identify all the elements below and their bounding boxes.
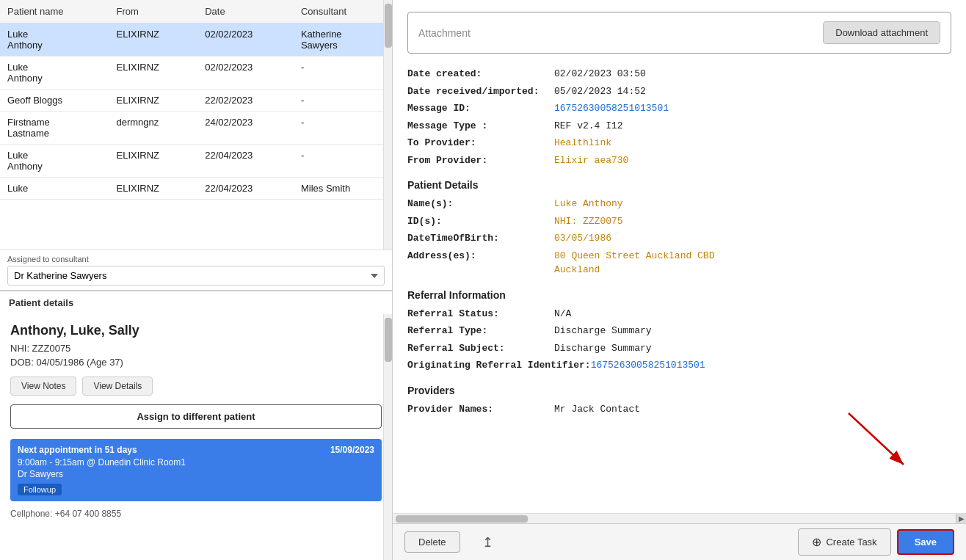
delete-button[interactable]: Delete xyxy=(404,531,460,553)
table-row[interactable]: Luke AnthonyELIXIRNZ02/02/2023Katherine … xyxy=(0,23,392,57)
appointment-title: Next appointment in 51 days xyxy=(18,445,137,455)
assign-patient-button[interactable]: Assign to different patient xyxy=(10,404,382,429)
scroll-right-button[interactable]: ▶ xyxy=(956,514,966,524)
table-cell-0: Luke Anthony xyxy=(0,23,109,57)
patient-dob: DOB: 04/05/1986 (Age 37) xyxy=(10,357,382,368)
patient-action-buttons: View Notes View Details xyxy=(10,377,382,396)
referral-status-value: N/A xyxy=(554,307,571,321)
referral-type-value: Discharge Summary xyxy=(554,324,652,338)
patient-details-header: Patient details xyxy=(0,291,392,314)
providers-section: Provider Names: Mr Jack Contact xyxy=(407,402,951,417)
patient-scrollbar-thumb xyxy=(385,318,392,362)
referral-subject-value: Discharge Summary xyxy=(554,341,652,356)
patient-dob-label: DateTimeOfBirth: xyxy=(407,231,554,246)
table-cell-3: Katherine Sawyers xyxy=(294,23,392,57)
table-cell-3: - xyxy=(294,112,392,145)
message-details-section: Date created: 02/02/2023 03:50 Date rece… xyxy=(407,67,951,167)
table-cell-1: ELIXIRNZ xyxy=(109,90,198,112)
patient-dob-row: DateTimeOfBirth: 03/05/1986 xyxy=(407,231,951,246)
referral-section-title: Referral Information xyxy=(407,289,951,301)
attachment-box: Attachment Download attachment xyxy=(407,12,951,54)
patient-names-row: Name(s): Luke Anthony xyxy=(407,197,951,211)
table-cell-1: ELIXIRNZ xyxy=(109,145,198,178)
referral-type-row: Referral Type: Discharge Summary xyxy=(407,324,951,338)
table-row[interactable]: Luke AnthonyELIXIRNZ22/04/2023- xyxy=(0,145,392,178)
to-provider-value: Healthlink xyxy=(554,136,611,150)
table-row[interactable]: Firstname Lastnamedermngnz24/02/2023- xyxy=(0,112,392,145)
referral-subject-label: Referral Subject: xyxy=(407,341,554,356)
from-provider-value: Elixir aea730 xyxy=(554,153,628,168)
patient-details-section: Patient details Anthony, Luke, Sally NHI… xyxy=(0,290,392,560)
bottom-bar-right: ⊕ Create Task Save xyxy=(798,528,954,556)
referral-status-row: Referral Status: N/A xyxy=(407,307,951,321)
message-id-value: 16752630058251013501 xyxy=(554,101,669,116)
message-type-value: REF v2.4 I12 xyxy=(554,119,623,134)
providers-section-title: Providers xyxy=(407,385,951,396)
patient-names-value: Luke Anthony xyxy=(554,197,623,211)
appointment-header: Next appointment in 51 days 15/09/2023 xyxy=(18,445,374,455)
from-provider-label: From Provider: xyxy=(407,153,554,168)
patient-nhi: NHI: ZZZ0075 xyxy=(10,343,382,354)
message-id-row: Message ID: 16752630058251013501 xyxy=(407,101,951,116)
table-cell-0: Luke xyxy=(0,178,109,200)
date-created-value: 02/02/2023 03:50 xyxy=(554,67,646,81)
referral-identifier-row: Originating Referral Identifier: 1675263… xyxy=(407,358,951,373)
table-scrollbar[interactable] xyxy=(383,0,392,250)
table-cell-2: 24/02/2023 xyxy=(197,112,294,145)
col-date: Date xyxy=(197,0,294,23)
table-cell-2: 22/04/2023 xyxy=(197,145,294,178)
to-provider-label: To Provider: xyxy=(407,136,554,150)
consultant-select[interactable]: Dr Katherine Sawyers xyxy=(7,266,385,286)
horizontal-scroll-thumb xyxy=(396,515,528,523)
table-cell-0: Luke Anthony xyxy=(0,57,109,90)
table-cell-0: Luke Anthony xyxy=(0,145,109,178)
attachment-label: Attachment xyxy=(418,27,471,39)
patient-names-label: Name(s): xyxy=(407,197,554,211)
left-panel: Patient name From Date Consultant Luke A… xyxy=(0,0,393,560)
patient-address-value: 80 Queen Street Auckland CBD Auckland xyxy=(554,249,714,277)
table-cell-3: - xyxy=(294,90,392,112)
message-id-label: Message ID: xyxy=(407,101,554,116)
scrollbar-thumb xyxy=(385,4,392,48)
appointment-doctor: Dr Sawyers xyxy=(18,469,374,479)
patient-address-label: Address(es): xyxy=(407,249,554,277)
table-row[interactable]: Luke AnthonyELIXIRNZ02/02/2023- xyxy=(0,57,392,90)
patient-ids-label: ID(s): xyxy=(407,214,554,229)
patient-dob-value: 03/05/1986 xyxy=(554,231,611,246)
patient-details-scrollbar[interactable] xyxy=(383,314,392,560)
table-cell-2: 22/04/2023 xyxy=(197,178,294,200)
consultant-section: Assigned to consultant Dr Katherine Sawy… xyxy=(0,250,392,290)
table-cell-2: 02/02/2023 xyxy=(197,23,294,57)
horizontal-scrollbar[interactable]: ▶ xyxy=(393,513,966,523)
plus-circle-icon: ⊕ xyxy=(812,535,821,549)
table-cell-1: ELIXIRNZ xyxy=(109,178,198,200)
table-row[interactable]: LukeELIXIRNZ22/04/2023Miles Smith xyxy=(0,178,392,200)
view-notes-button[interactable]: View Notes xyxy=(10,377,76,396)
view-details-button[interactable]: View Details xyxy=(82,377,153,396)
message-type-row: Message Type : REF v2.4 I12 xyxy=(407,119,951,134)
appointment-tag: Followup xyxy=(18,484,62,495)
from-provider-row: From Provider: Elixir aea730 xyxy=(407,153,951,168)
download-attachment-button[interactable]: Download attachment xyxy=(823,21,940,44)
table-row[interactable]: Geoff BloggsELIXIRNZ22/02/2023- xyxy=(0,90,392,112)
to-provider-row: To Provider: Healthlink xyxy=(407,136,951,150)
table-cell-3: Miles Smith xyxy=(294,178,392,200)
referral-type-label: Referral Type: xyxy=(407,324,554,338)
cursor-indicator: ↥ xyxy=(482,534,493,550)
save-button[interactable]: Save xyxy=(897,529,954,555)
patient-name: Anthony, Luke, Sally xyxy=(10,323,382,338)
bottom-bar: Delete ↥ ⊕ Create Task Save xyxy=(393,523,966,560)
create-task-button[interactable]: ⊕ Create Task xyxy=(798,528,890,556)
patient-phone: Cellphone: +64 07 400 8855 xyxy=(10,509,382,519)
date-received-value: 05/02/2023 14:52 xyxy=(554,84,646,99)
patient-ids-row: ID(s): NHI: ZZZ0075 xyxy=(407,214,951,229)
referral-info-section: Referral Status: N/A Referral Type: Disc… xyxy=(407,307,951,373)
table-cell-1: ELIXIRNZ xyxy=(109,23,198,57)
right-main: Attachment Download attachment Date crea… xyxy=(393,0,966,523)
table-cell-1: dermngnz xyxy=(109,112,198,145)
messages-table: Patient name From Date Consultant Luke A… xyxy=(0,0,392,200)
patient-details-body: Anthony, Luke, Sally NHI: ZZZ0075 DOB: 0… xyxy=(0,314,392,528)
date-created-row: Date created: 02/02/2023 03:50 xyxy=(407,67,951,81)
table-cell-3: - xyxy=(294,57,392,90)
table-cell-0: Firstname Lastname xyxy=(0,112,109,145)
